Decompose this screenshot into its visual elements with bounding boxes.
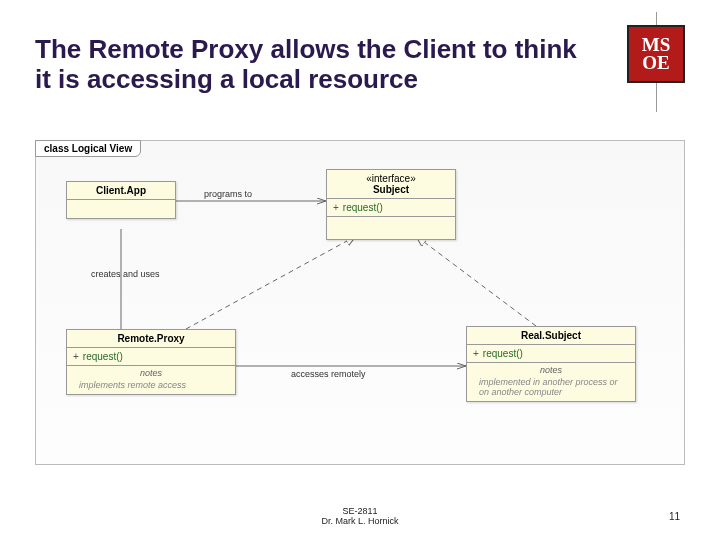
subject-op: request() [343, 202, 383, 213]
uml-class-client: Client.App [66, 181, 176, 219]
proxy-op: request() [83, 351, 123, 362]
proxy-notes: implements remote access [73, 378, 229, 394]
subject-stereotype: «interface» [333, 173, 449, 184]
logo-line2: OE [642, 54, 669, 72]
real-op: request() [483, 348, 523, 359]
subject-header: «interface» Subject [327, 170, 455, 199]
slide-footer: SE-2811 Dr. Mark L. Hornick [0, 506, 720, 526]
footer-course: SE-2811 [0, 506, 720, 516]
uml-class-realsubject: Real.Subject +request() notes implemente… [466, 326, 636, 402]
msoe-logo: MS OE [627, 25, 685, 83]
subject-ops: +request() [327, 199, 455, 217]
edge-label-accesses-remotely: accesses remotely [291, 369, 366, 379]
edge-label-programs-to: programs to [204, 189, 252, 199]
uml-interface-subject: «interface» Subject +request() [326, 169, 456, 240]
uml-diagram: class Logical View Client.App «interface… [35, 140, 685, 465]
uml-class-remoteproxy: Remote.Proxy +request() notes implements… [66, 329, 236, 395]
real-ops: +request() [467, 345, 635, 363]
diagram-label: class Logical View [35, 140, 141, 157]
proxy-op-vis: + [73, 351, 79, 362]
proxy-notes-header: notes [73, 368, 229, 378]
real-op-vis: + [473, 348, 479, 359]
client-title: Client.App [67, 182, 175, 200]
edge-label-creates-uses: creates and uses [91, 269, 160, 279]
footer-author: Dr. Mark L. Hornick [0, 516, 720, 526]
proxy-notes-section: notes implements remote access [67, 366, 235, 394]
subject-op-vis: + [333, 202, 339, 213]
subject-empty [327, 217, 455, 239]
proxy-title: Remote.Proxy [67, 330, 235, 348]
page-title: The Remote Proxy allows the Client to th… [35, 35, 595, 95]
real-title: Real.Subject [467, 327, 635, 345]
proxy-ops: +request() [67, 348, 235, 366]
real-notes: implemented in another process or on ano… [473, 375, 629, 401]
real-notes-header: notes [473, 365, 629, 375]
client-empty [67, 200, 175, 218]
page-number: 11 [669, 511, 680, 522]
real-notes-section: notes implemented in another process or … [467, 363, 635, 401]
subject-title: Subject [333, 184, 449, 195]
